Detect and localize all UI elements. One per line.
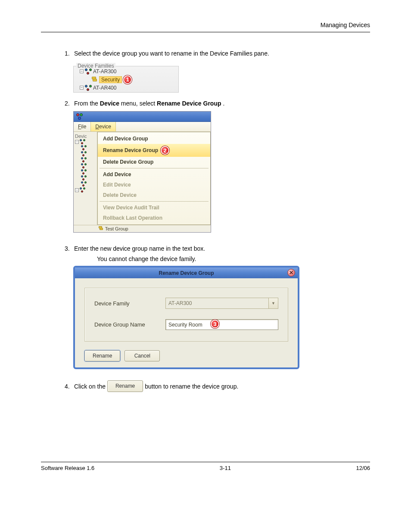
dialog-panel: Device Family AT-AR300 ▼ Device Group Na… xyxy=(84,288,288,342)
step-1-text: Select the device group you want to rena… xyxy=(74,50,269,57)
step-2-num: 2. xyxy=(65,100,72,108)
footer-right: 12/06 xyxy=(356,465,370,471)
device-family-select: AT-AR300 ▼ xyxy=(165,298,278,309)
device-icon xyxy=(81,163,87,168)
tree-label: Test Group xyxy=(105,226,128,231)
device-icon xyxy=(81,169,87,174)
tree-toggle-icon[interactable]: − xyxy=(80,86,84,90)
step-3-cont: You cannot change the device family. xyxy=(97,255,370,264)
step-2-t3: . xyxy=(223,100,224,107)
tree-toggle-icon[interactable]: − xyxy=(75,188,79,192)
menu-view-audit: View Device Audit Trail xyxy=(98,202,210,213)
step-2-b1: Device xyxy=(100,100,119,107)
step-4-post: button to rename the device group. xyxy=(145,383,238,390)
figure-menu: File Device Devic − − Add Device Group R… xyxy=(73,111,211,233)
tree-label-selected: Security xyxy=(99,76,122,83)
step-1: 1. Select the device group you want to r… xyxy=(65,50,370,58)
inline-rename-button: Rename xyxy=(107,380,143,392)
step-2-t1: From the xyxy=(74,100,100,107)
figure-tree: Device Families − AT-AR300 Security 1 − xyxy=(73,66,179,93)
app-icon xyxy=(76,113,83,120)
footer-page-number: 3-11 xyxy=(220,465,231,471)
cancel-button[interactable]: Cancel xyxy=(125,350,160,361)
menu-rollback: Rollback Last Operation xyxy=(98,213,210,223)
menu-file[interactable]: File xyxy=(74,122,90,131)
rename-button[interactable]: Rename xyxy=(84,350,120,361)
tree-node-ar300[interactable]: − AT-AR300 xyxy=(76,68,176,75)
rename-dialog: Rename Device Group ✕ Device Family AT-A… xyxy=(73,266,299,369)
tree-label: AT-AR300 xyxy=(93,68,116,75)
page-footer: Software Release 1.6 3-11 12/06 xyxy=(41,462,370,471)
step-4-num: 4. xyxy=(65,383,72,391)
callout-badge-2: 2 xyxy=(161,146,169,155)
select-value: AT-AR300 xyxy=(168,300,192,306)
step-3-num: 3. xyxy=(65,245,72,253)
menu-delete-device: Delete Device xyxy=(98,190,210,200)
footer-divider xyxy=(41,462,370,462)
device-icon xyxy=(81,157,87,162)
header-divider xyxy=(41,32,370,32)
device-icon xyxy=(81,151,87,156)
device-menu-dropdown: Add Device Group Rename Device Group 2 D… xyxy=(97,132,211,225)
tree-pane-legend: Devic xyxy=(75,134,96,139)
step-2: 2. From the Device menu, select Rename D… xyxy=(65,100,370,108)
step-4: 4. Click on the Rename button to rename … xyxy=(65,381,370,393)
device-family-icon xyxy=(80,139,85,144)
device-icon xyxy=(81,145,87,150)
callout-badge-1: 1 xyxy=(123,75,132,84)
step-3-text: Enter the new device group name in the t… xyxy=(74,245,205,252)
tree-toggle-icon[interactable]: − xyxy=(80,69,84,73)
label-device-family: Device Family xyxy=(94,300,165,307)
close-icon[interactable]: ✕ xyxy=(287,269,295,277)
menubar: File Device xyxy=(74,122,211,132)
step-4-pre: Click on the xyxy=(74,383,106,390)
menu-delete-device-group[interactable]: Delete Device Group xyxy=(98,157,210,167)
device-family-icon xyxy=(80,187,85,193)
menu-add-device[interactable]: Add Device xyxy=(98,169,210,180)
menu-rename-device-group[interactable]: Rename Device Group 2 xyxy=(98,144,210,157)
menu-separator xyxy=(100,201,209,202)
dialog-title: Rename Device Group xyxy=(159,270,214,276)
step-2-t2: menu, select xyxy=(121,100,157,107)
menu-separator xyxy=(100,168,209,168)
device-group-icon xyxy=(92,77,98,83)
device-icon xyxy=(81,181,87,187)
step-3: 3. Enter the new device group name in th… xyxy=(65,245,370,263)
dialog-titlebar: Rename Device Group ✕ xyxy=(75,268,298,278)
step-1-num: 1. xyxy=(65,50,72,58)
tree-label: AT-AR400 xyxy=(93,85,116,91)
menu-edit-device: Edit Device xyxy=(98,180,210,190)
device-icon xyxy=(81,175,87,180)
step-2-b2: Rename Device Group xyxy=(157,100,221,107)
window-titlebar xyxy=(74,112,211,122)
label-device-group-name: Device Group Name xyxy=(94,321,165,328)
device-group-name-input[interactable] xyxy=(165,319,278,330)
tree-node-security[interactable]: Security 1 xyxy=(76,75,176,84)
tree-toggle-icon[interactable]: − xyxy=(75,140,79,144)
menu-add-device-group[interactable]: Add Device Group xyxy=(98,134,210,144)
device-group-icon xyxy=(99,226,104,230)
menu-item-label: Rename Device Group xyxy=(103,147,158,153)
menu-device[interactable]: Device xyxy=(90,122,116,131)
tree-pane-clip: Devic − − xyxy=(74,132,97,225)
device-family-icon xyxy=(85,68,92,75)
tree-row-clipped: Test Group xyxy=(74,225,211,232)
footer-left: Software Release 1.6 xyxy=(41,465,94,471)
page-header-right: Managing Devices xyxy=(41,22,370,28)
tree-node-ar400[interactable]: − AT-AR400 xyxy=(76,84,176,91)
chevron-down-icon: ▼ xyxy=(268,298,278,308)
device-family-icon xyxy=(85,85,92,91)
